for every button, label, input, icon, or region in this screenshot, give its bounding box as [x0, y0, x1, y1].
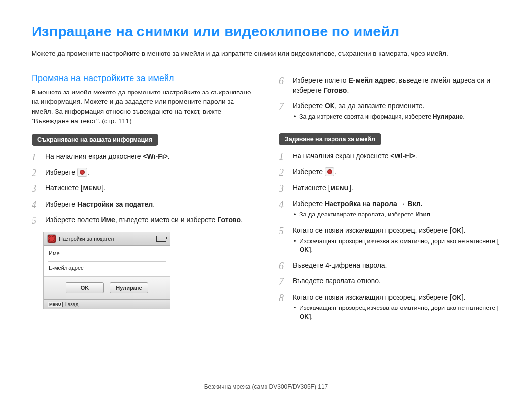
manual-page: Изпращане на снимки или видеоклипове по …: [0, 0, 532, 401]
pw-step-7: Въведете паролата отново.: [279, 276, 500, 286]
column-left: Промяна на настройките за имейл В менюто…: [32, 73, 256, 328]
screenshot-body: Име Е-мейл адрес: [44, 246, 170, 276]
pw-step-5-bullet: Изскачащият прозорец изчезва автоматично…: [293, 237, 500, 254]
page-footer: Безжична мрежа (само DV300F/DV305F) 117: [0, 383, 532, 390]
intro-paragraph: Можете да промените настройките в менюто…: [32, 49, 500, 59]
menu-chip: MENU: [48, 302, 63, 307]
pw-step-5: Когато се появи изскачащия прозорец, изб…: [279, 225, 500, 254]
screenshot-app-icon: [48, 235, 56, 243]
ok-glyph: OK: [452, 294, 462, 302]
pw-step-8-bullet: Изскачащият прозорец изчезва автоматично…: [293, 304, 500, 321]
pw-step-3: Натиснете [MENU].: [279, 183, 500, 193]
step-6: Изберете полето Е-мейл адрес, въведете и…: [279, 75, 500, 95]
steps-password: На началния екран докоснете <Wi-Fi>. Изб…: [279, 151, 500, 321]
step-4: Изберете Настройки за подател.: [32, 199, 256, 209]
steps-store-info: На началния екран докоснете <Wi-Fi>. Изб…: [32, 152, 256, 225]
step-7-bullet: За да изтриете своята информация, избере…: [293, 113, 500, 122]
field-email[interactable]: Е-мейл адрес: [48, 262, 166, 276]
screenshot-button-row: OK Нулиране: [44, 276, 170, 299]
menu-button-glyph: MENU: [330, 185, 349, 193]
tag-set-password: Задаване на парола за имейл: [279, 133, 381, 145]
email-app-icon: [325, 167, 334, 176]
ok-glyph: OK: [299, 246, 309, 254]
step-3: Натиснете [MENU].: [32, 183, 256, 193]
sender-settings-screenshot: Настройки за подател Име Е-мейл адрес OK…: [43, 232, 170, 309]
screenshot-footer: MENU Назад: [44, 299, 170, 309]
step-7: Изберете OK, за да запазите промените. З…: [279, 101, 500, 122]
pw-step-4: Изберете Настройка на парола → Вкл. За д…: [279, 199, 500, 219]
ok-button[interactable]: OK: [66, 282, 104, 293]
subheading-change-settings: Промяна на настройките за имейл: [32, 73, 256, 84]
step-2: Изберете .: [32, 167, 256, 177]
pw-step-1: На началния екран докоснете <Wi-Fi>.: [279, 151, 500, 161]
back-label: Назад: [65, 302, 79, 307]
pw-step-8: Когато се появи изскачащия прозорец, изб…: [279, 292, 500, 321]
reset-button[interactable]: Нулиране: [110, 282, 148, 293]
steps-store-info-cont: Изберете полето Е-мейл адрес, въведете и…: [279, 75, 500, 122]
screenshot-titlebar: Настройки за подател: [44, 232, 170, 246]
tag-store-info: Съхраняване на вашата информация: [32, 134, 158, 146]
step-1: На началния екран докоснете <Wi-Fi>.: [32, 152, 256, 161]
ok-glyph: OK: [299, 313, 309, 321]
two-column-layout: Промяна на настройките за имейл В менюто…: [32, 73, 500, 328]
battery-icon: [156, 236, 166, 242]
menu-button-glyph: MENU: [83, 185, 102, 193]
page-title: Изпращане на снимки или видеоклипове по …: [32, 24, 500, 40]
pw-step-6: Въведете 4-цифрена парола.: [279, 260, 500, 270]
column-right: Изберете полето Е-мейл адрес, въведете и…: [279, 73, 500, 328]
step-5: Изберете полето Име, въведете името си и…: [32, 215, 256, 225]
ok-glyph: OK: [452, 227, 462, 235]
left-paragraph: В менюто за имейл можете да промените на…: [32, 88, 256, 126]
pw-step-2: Изберете .: [279, 167, 500, 177]
screenshot-title: Настройки за подател: [59, 236, 114, 242]
email-app-icon: [77, 168, 87, 177]
field-name[interactable]: Име: [48, 247, 166, 262]
pw-step-4-bullet: За да деактивирате паролата, изберете Из…: [293, 211, 500, 219]
